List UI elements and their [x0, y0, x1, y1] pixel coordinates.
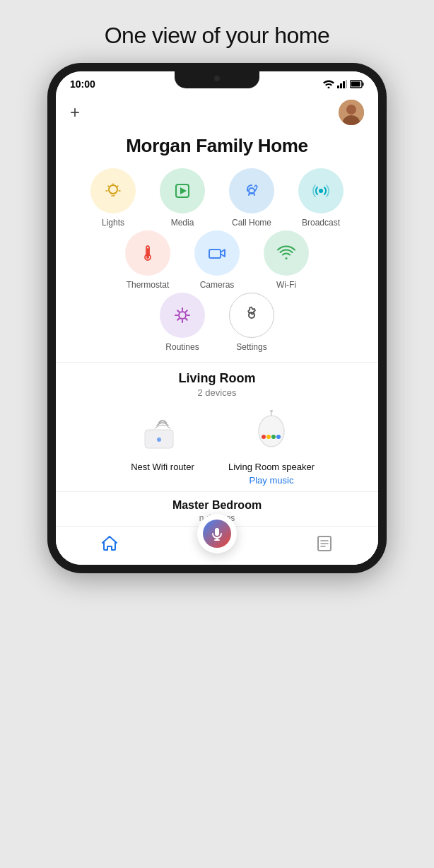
broadcast-icon [311, 181, 331, 201]
bulb-icon [103, 181, 123, 201]
bottom-nav [56, 526, 378, 565]
section-divider [56, 362, 378, 363]
nest-wifi-label: Nest Wifi router [131, 462, 194, 472]
nav-home[interactable] [56, 534, 163, 553]
camera-icon [207, 243, 227, 263]
status-time: 10:00 [70, 78, 95, 90]
routines-label: Routines [165, 342, 199, 352]
mic-fab-button[interactable] [197, 514, 237, 553]
lr-speaker-icon [243, 406, 300, 456]
avatar-image [339, 100, 364, 125]
svg-point-40 [276, 435, 281, 439]
gear-icon [242, 305, 262, 325]
wifi-status-icon [323, 80, 334, 88]
camera-dot [214, 76, 220, 81]
thermostat-action[interactable]: Thermostat [116, 230, 180, 290]
quick-actions-row-2: Thermostat Cameras [64, 230, 370, 290]
cameras-icon-circle [194, 230, 240, 276]
lights-action[interactable]: Lights [81, 168, 145, 228]
svg-point-15 [319, 189, 323, 193]
nest-wifi-svg [138, 410, 187, 452]
page-title: One view of your home [105, 0, 330, 63]
speaker-svg [247, 410, 296, 452]
call-home-icon-circle [229, 168, 274, 213]
svg-rect-2 [340, 83, 342, 88]
svg-point-36 [270, 410, 273, 413]
battery-status-icon [350, 80, 364, 88]
master-bedroom-title: Master Bedroom [56, 491, 378, 513]
call-home-icon [242, 181, 262, 201]
broadcast-label: Broadcast [302, 218, 340, 228]
svg-point-11 [109, 185, 117, 194]
svg-point-33 [157, 438, 161, 442]
nest-wifi-icon [134, 406, 191, 456]
wifi-label: Wi-Fi [276, 280, 296, 290]
svg-rect-3 [343, 81, 345, 88]
svg-marker-13 [180, 187, 187, 194]
lr-speaker-label: Living Room speaker [228, 462, 315, 472]
svg-point-38 [266, 435, 271, 439]
broadcast-icon-circle [298, 168, 344, 213]
sun-icon [172, 305, 192, 325]
nest-wifi-device[interactable]: Nest Wifi router [117, 406, 209, 486]
living-room-devices: Nest Wifi router [56, 406, 378, 486]
media-action[interactable]: Media [151, 168, 214, 228]
avatar[interactable] [339, 100, 364, 125]
svg-rect-4 [346, 80, 347, 88]
svg-point-18 [146, 256, 149, 259]
notes-nav-icon [315, 534, 334, 553]
thermostat-icon-circle [125, 230, 170, 276]
cameras-action[interactable]: Cameras [185, 230, 249, 290]
home-nav-icon [100, 534, 119, 553]
svg-point-37 [262, 435, 266, 439]
quick-actions-row-3: Routines Settings [64, 293, 370, 352]
thermostat-label: Thermostat [127, 280, 170, 290]
media-icon-circle [160, 168, 205, 213]
svg-point-9 [346, 105, 356, 115]
svg-point-22 [179, 312, 186, 319]
lights-label: Lights [102, 218, 124, 228]
quick-actions-grid: Lights Media [56, 168, 378, 352]
mic-fab-inner [203, 520, 231, 548]
status-icons [323, 80, 364, 88]
settings-label: Settings [236, 342, 266, 352]
lights-icon-circle [90, 168, 136, 213]
home-title: Morgan Family Home [56, 128, 378, 168]
nav-notes[interactable] [271, 534, 378, 553]
app-content: + Morgan Family Home [56, 94, 378, 565]
nav-mic[interactable] [163, 534, 271, 553]
broadcast-action[interactable]: Broadcast [289, 168, 353, 228]
add-button[interactable]: + [70, 104, 80, 121]
svg-rect-6 [363, 83, 364, 86]
lr-speaker-device[interactable]: Living Room speaker Play music [225, 406, 317, 486]
svg-point-34 [259, 416, 284, 447]
svg-rect-41 [215, 528, 219, 536]
svg-point-0 [328, 87, 330, 89]
quick-actions-row-1: Lights Media [64, 168, 370, 228]
play-icon [172, 181, 192, 201]
wifi-icon-circle [264, 230, 309, 276]
lr-speaker-action[interactable]: Play music [250, 475, 294, 486]
svg-point-39 [271, 435, 276, 439]
call-home-label: Call Home [232, 218, 271, 228]
wifi-action[interactable]: Wi-Fi [254, 230, 318, 290]
cameras-label: Cameras [200, 280, 235, 290]
phone-frame: 10:00 [47, 63, 387, 573]
phone-screen: 10:00 [56, 71, 378, 565]
living-room-subtitle: 2 devices [56, 387, 378, 398]
living-room-title: Living Room [56, 371, 378, 386]
media-label: Media [171, 218, 194, 228]
settings-action[interactable]: Settings [220, 293, 283, 352]
svg-rect-1 [337, 86, 339, 88]
wifi-icon [276, 243, 296, 263]
svg-line-27 [177, 310, 179, 312]
top-bar: + [56, 94, 378, 128]
thermostat-icon [138, 243, 158, 263]
settings-icon-circle [229, 293, 274, 338]
svg-rect-7 [351, 82, 360, 87]
svg-line-29 [186, 310, 187, 312]
signal-status-icon [337, 80, 347, 88]
call-home-action[interactable]: Call Home [220, 168, 283, 228]
routines-action[interactable]: Routines [151, 293, 214, 352]
svg-rect-20 [209, 250, 221, 258]
